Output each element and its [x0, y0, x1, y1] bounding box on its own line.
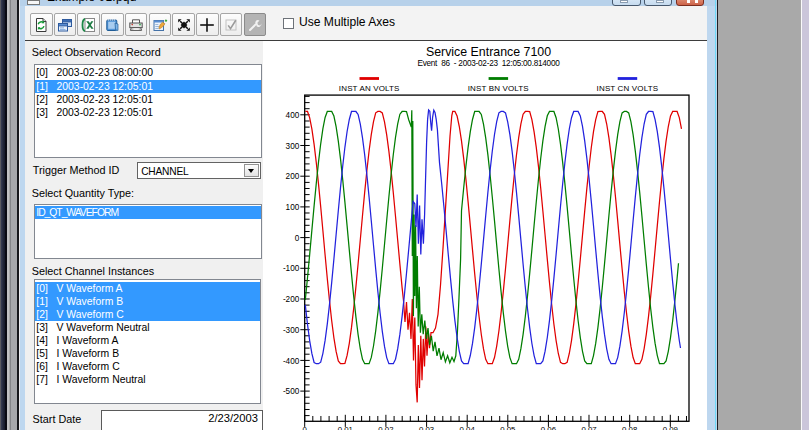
svg-text:0.02: 0.02: [378, 425, 393, 430]
svg-text:-100: -100: [283, 265, 300, 274]
svg-text:0.07: 0.07: [581, 425, 596, 430]
svg-text:400: 400: [286, 111, 300, 120]
svg-text:0.01: 0.01: [338, 425, 353, 430]
svg-text:0.04: 0.04: [460, 425, 476, 430]
svg-text:0.08: 0.08: [622, 425, 637, 430]
svg-text:INST CN VOLTS: INST CN VOLTS: [597, 85, 659, 94]
svg-text:100: 100: [286, 203, 300, 212]
svg-text:Event 86 - 2003-02-23 12:05: Event 86 - 2003-02-23 12:05:00.814000: [417, 59, 560, 68]
svg-text:300: 300: [286, 142, 300, 151]
svg-text:INST BN VOLTS: INST BN VOLTS: [468, 85, 529, 94]
svg-text:INST AN VOLTS: INST AN VOLTS: [339, 85, 400, 94]
svg-text:0: 0: [303, 425, 308, 430]
svg-text:200: 200: [286, 173, 300, 182]
svg-text:-200: -200: [283, 296, 300, 305]
svg-text:0.05: 0.05: [500, 425, 515, 430]
svg-text:0.09: 0.09: [663, 425, 678, 430]
svg-text:-300: -300: [283, 326, 300, 335]
svg-text:0: 0: [295, 234, 300, 243]
svg-text:Service Entrance 7100: Service Entrance 7100: [426, 45, 551, 59]
svg-text:0.03: 0.03: [419, 425, 434, 430]
svg-text:-500: -500: [283, 388, 300, 397]
svg-text:-400: -400: [283, 357, 300, 366]
svg-text:0.06: 0.06: [541, 425, 556, 430]
